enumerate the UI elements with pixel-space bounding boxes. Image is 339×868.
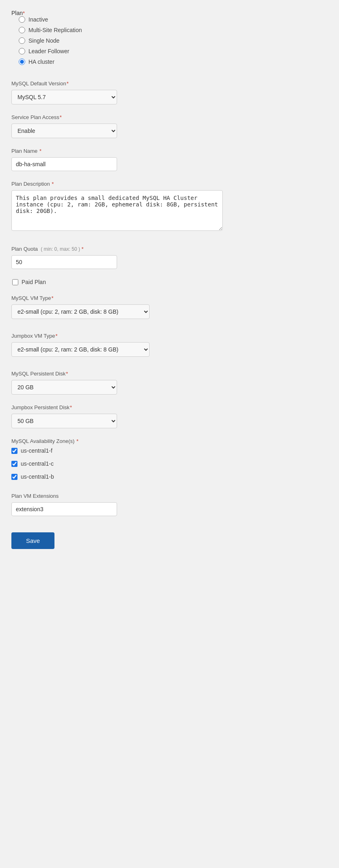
availability-zones-label: MySQL Availability Zone(s) * [11,438,328,444]
az-c-label: us-central1-c [21,460,54,467]
radio-label-leaderfollower: Leader Follower [28,48,69,54]
mysql-persistent-disk-label: MySQL Persistent Disk* [11,371,328,377]
plan-radio-group: Inactive Multi-Site Replication Single N… [11,16,328,65]
radio-label-multisite: Multi-Site Replication [28,27,82,33]
radio-item-singlenode[interactable]: Single Node [19,37,328,44]
radio-item-hacluster[interactable]: HA cluster [19,59,328,65]
az-f-checkbox[interactable] [11,448,17,454]
paid-plan-checkbox-item[interactable]: Paid Plan [12,279,328,285]
radio-singlenode[interactable] [19,37,25,44]
plan-section-label: Plan* [11,10,25,16]
paid-plan-checkbox[interactable] [12,279,18,285]
plan-quota-input[interactable] [11,255,117,269]
plan-vm-extensions-input[interactable] [11,502,117,516]
az-c-checkbox[interactable] [11,461,17,467]
service-plan-access-label: Service Plan Access* [11,114,328,120]
plan-description-label: Plan Description * [11,181,328,187]
az-c-item[interactable]: us-central1-c [11,460,328,467]
jumpbox-vm-type-select[interactable]: e2-small (cpu: 2, ram: 2 GB, disk: 8 GB)… [11,342,150,357]
radio-hacluster[interactable] [19,59,25,65]
radio-item-inactive[interactable]: Inactive [19,16,328,23]
plan-name-input[interactable] [11,157,117,171]
radio-multisite[interactable] [19,27,25,33]
service-plan-access-select[interactable]: Enable Disable [11,124,117,138]
mysql-version-select[interactable]: MySQL 5.7 MySQL 8.0 [11,90,117,104]
radio-item-leaderfollower[interactable]: Leader Follower [19,48,328,54]
mysql-version-label: MySQL Default Version* [11,80,328,87]
radio-label-inactive: Inactive [28,16,48,23]
radio-inactive[interactable] [19,16,25,23]
mysql-vm-type-label: MySQL VM Type* [11,295,328,301]
radio-leaderfollower[interactable] [19,48,25,54]
az-b-checkbox[interactable] [11,474,17,480]
plan-name-label: Plan Name * [11,148,328,154]
mysql-persistent-disk-select[interactable]: 20 GB 50 GB 100 GB [11,380,117,395]
plan-label-text: Plan [11,10,23,16]
az-b-label: us-central1-b [21,473,54,480]
radio-item-multisite[interactable]: Multi-Site Replication [19,27,328,33]
mysql-vm-type-select[interactable]: e2-small (cpu: 2, ram: 2 GB, disk: 8 GB)… [11,304,150,319]
plan-required-marker: * [23,10,25,16]
radio-label-singlenode: Single Node [28,37,59,44]
plan-quota-label: Plan Quota ( min: 0, max: 50 ) * [11,246,328,252]
az-f-item[interactable]: us-central1-f [11,447,328,454]
plan-vm-extensions-label: Plan VM Extensions [11,493,328,499]
az-b-item[interactable]: us-central1-b [11,473,328,480]
plan-description-textarea[interactable]: This plan provides a small dedicated MyS… [11,190,223,231]
jumpbox-persistent-disk-label: Jumpbox Persistent Disk* [11,404,328,410]
paid-plan-label: Paid Plan [22,279,46,285]
jumpbox-vm-type-label: Jumpbox VM Type* [11,333,328,339]
plan-quota-hint: ( min: 0, max: 50 ) [41,246,80,252]
az-f-label: us-central1-f [21,447,52,454]
availability-zones-group: us-central1-f us-central1-c us-central1-… [11,447,328,483]
save-button[interactable]: Save [11,532,54,549]
jumpbox-persistent-disk-select[interactable]: 50 GB 100 GB 200 GB [11,414,117,428]
radio-label-hacluster: HA cluster [28,59,54,65]
